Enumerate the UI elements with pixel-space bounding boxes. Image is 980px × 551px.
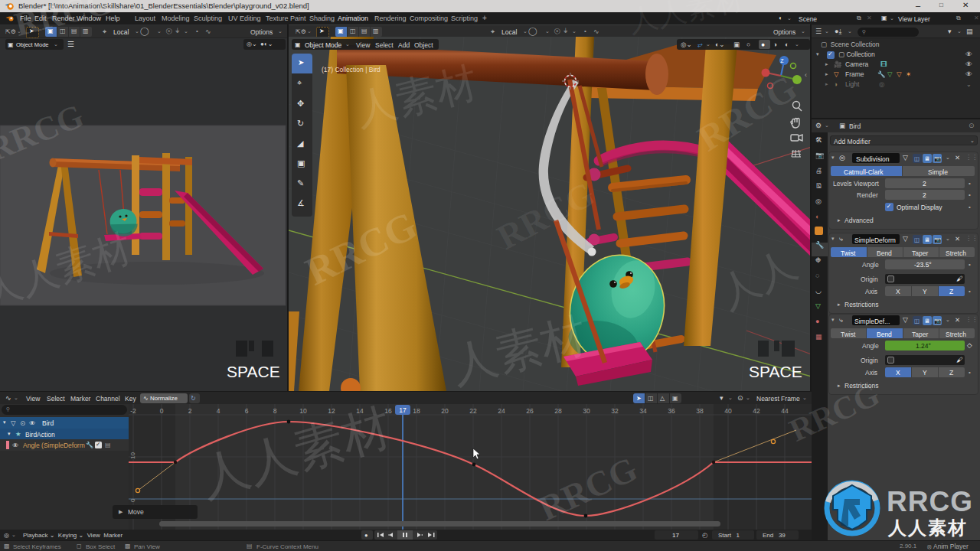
svg-text:0: 0 [160,407,164,415]
svg-text:42: 42 [753,407,760,415]
svg-text:17: 17 [399,406,407,414]
svg-text:44: 44 [781,407,789,415]
svg-text:16: 16 [384,407,392,415]
svg-text:8: 8 [273,407,277,415]
svg-text:32: 32 [611,407,619,415]
svg-text:4: 4 [217,407,220,415]
svg-text:22: 22 [469,407,477,415]
svg-text:12: 12 [328,407,335,415]
svg-text:36: 36 [668,407,675,415]
svg-text:10: 10 [129,452,136,459]
svg-text:26: 26 [526,407,534,415]
svg-text:40: 40 [724,407,732,415]
svg-text:10: 10 [299,407,307,415]
svg-text:2: 2 [188,407,192,415]
svg-text:34: 34 [639,407,647,415]
svg-text:14: 14 [356,407,364,415]
svg-text:-2: -2 [130,407,136,415]
svg-text:38: 38 [696,407,704,415]
svg-text:‹: ‹ [805,71,807,79]
svg-text:人人素材: 人人素材 [887,517,968,538]
svg-text:6: 6 [245,407,249,415]
svg-text:RRCG: RRCG [887,486,973,517]
svg-text:Z: Z [780,58,784,64]
svg-text:28: 28 [554,407,562,415]
svg-text:18: 18 [413,407,420,415]
svg-text:24: 24 [498,407,505,415]
svg-text:0: 0 [129,498,136,502]
svg-text:20: 20 [441,407,449,415]
svg-text:30: 30 [583,407,590,415]
